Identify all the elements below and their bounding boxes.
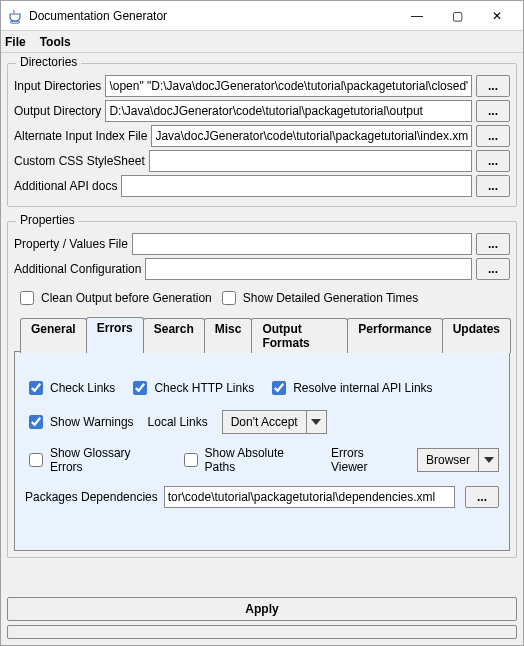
errors-tab-panel: Check Links Check HTTP Links Resolve int… <box>14 351 510 551</box>
output-dir-field[interactable] <box>105 100 472 122</box>
properties-group: Properties Property / Values File ... Ad… <box>7 221 517 558</box>
menu-file[interactable]: File <box>5 35 26 49</box>
errors-viewer-select[interactable]: Browser <box>417 448 499 472</box>
alt-index-label: Alternate Input Index File <box>14 129 147 143</box>
output-dir-label: Output Directory <box>14 104 101 118</box>
resolve-api-links-checkbox[interactable]: Resolve internal API Links <box>268 378 432 398</box>
alt-index-browse-button[interactable]: ... <box>476 125 510 147</box>
addconf-field[interactable] <box>145 258 472 280</box>
packages-dependencies-browse-button[interactable]: ... <box>465 486 499 508</box>
footer: Apply <box>1 591 523 645</box>
show-times-checkbox[interactable]: Show Detailed Generation Times <box>218 288 418 308</box>
show-absolute-paths-label: Show Absolute Paths <box>205 446 318 474</box>
tab-output-formats[interactable]: Output Formats <box>251 318 348 353</box>
check-links-label: Check Links <box>50 381 115 395</box>
close-button[interactable]: ✕ <box>477 2 517 30</box>
show-warnings-label: Show Warnings <box>50 415 134 429</box>
css-label: Custom CSS StyleSheet <box>14 154 145 168</box>
tab-updates[interactable]: Updates <box>442 318 511 353</box>
check-http-links-label: Check HTTP Links <box>154 381 254 395</box>
addconf-browse-button[interactable]: ... <box>476 258 510 280</box>
packages-dependencies-field[interactable] <box>164 486 455 508</box>
api-field[interactable] <box>121 175 472 197</box>
minimize-button[interactable]: — <box>397 2 437 30</box>
input-dirs-label: Input Directories <box>14 79 101 93</box>
directories-group: Directories Input Directories ... Output… <box>7 63 517 207</box>
clean-output-checkbox[interactable]: Clean Output before Generation <box>16 288 212 308</box>
window-title: Documentation Generator <box>29 9 397 23</box>
tab-search[interactable]: Search <box>143 318 205 353</box>
output-dir-browse-button[interactable]: ... <box>476 100 510 122</box>
show-absolute-paths-checkbox[interactable]: Show Absolute Paths <box>180 446 317 474</box>
addconf-label: Additional Configuration <box>14 262 141 276</box>
clean-output-label: Clean Output before Generation <box>41 291 212 305</box>
local-links-label: Local Links <box>148 415 208 429</box>
resolve-api-links-label: Resolve internal API Links <box>293 381 432 395</box>
local-links-select[interactable]: Don't Accept <box>222 410 327 434</box>
api-label: Additional API docs <box>14 179 117 193</box>
menu-tools[interactable]: Tools <box>40 35 71 49</box>
packages-dependencies-label: Packages Dependencies <box>25 490 158 504</box>
app-window: Documentation Generator — ▢ ✕ File Tools… <box>0 0 524 646</box>
css-browse-button[interactable]: ... <box>476 150 510 172</box>
chevron-down-icon <box>478 449 498 471</box>
directories-legend: Directories <box>16 55 81 69</box>
tab-errors[interactable]: Errors <box>86 317 144 352</box>
css-field[interactable] <box>149 150 472 172</box>
titlebar: Documentation Generator — ▢ ✕ <box>1 1 523 31</box>
errors-viewer-label: Errors Viewer <box>331 446 403 474</box>
show-glossary-errors-label: Show Glossary Errors <box>50 446 166 474</box>
propfile-label: Property / Values File <box>14 237 128 251</box>
java-cup-icon <box>7 8 23 24</box>
errors-viewer-value: Browser <box>418 453 478 467</box>
properties-legend: Properties <box>16 213 79 227</box>
check-http-links-checkbox[interactable]: Check HTTP Links <box>129 378 254 398</box>
chevron-down-icon <box>306 411 326 433</box>
input-dirs-field[interactable] <box>105 75 472 97</box>
menubar: File Tools <box>1 31 523 53</box>
check-links-checkbox[interactable]: Check Links <box>25 378 115 398</box>
api-browse-button[interactable]: ... <box>476 175 510 197</box>
maximize-button[interactable]: ▢ <box>437 2 477 30</box>
status-bar <box>7 625 517 639</box>
show-warnings-checkbox[interactable]: Show Warnings <box>25 412 134 432</box>
propfile-browse-button[interactable]: ... <box>476 233 510 255</box>
apply-button[interactable]: Apply <box>7 597 517 621</box>
local-links-value: Don't Accept <box>223 415 306 429</box>
alt-index-field[interactable] <box>151 125 472 147</box>
tab-general[interactable]: General <box>20 318 87 353</box>
show-glossary-errors-checkbox[interactable]: Show Glossary Errors <box>25 446 166 474</box>
propfile-field[interactable] <box>132 233 472 255</box>
svg-point-0 <box>10 21 20 23</box>
tab-performance[interactable]: Performance <box>347 318 442 353</box>
show-times-label: Show Detailed Generation Times <box>243 291 418 305</box>
tabbar: General Errors Search Misc Output Format… <box>14 316 510 351</box>
tab-misc[interactable]: Misc <box>204 318 253 353</box>
input-dirs-browse-button[interactable]: ... <box>476 75 510 97</box>
